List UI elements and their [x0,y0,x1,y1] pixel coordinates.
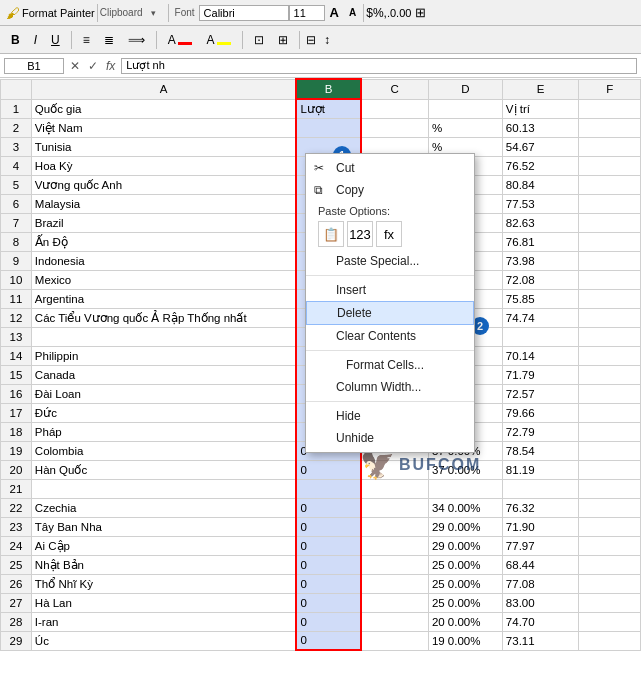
cell-b-2[interactable] [296,118,360,137]
cell-e-8[interactable]: 76.81 [502,232,578,251]
cell-f-27[interactable] [579,593,641,612]
cell-a-26[interactable]: Thổ Nhĩ Kỳ [31,574,296,593]
paste-icon-3[interactable]: fx [376,221,402,247]
font-color-btn[interactable]: A [163,31,198,49]
cell-d-27[interactable]: 25 0.00% [428,593,502,612]
cell-f-19[interactable] [579,441,641,460]
cell-e-23[interactable]: 71.90 [502,517,578,536]
cell-f-28[interactable] [579,612,641,631]
cell-e-5[interactable]: 80.84 [502,175,578,194]
cell-e-29[interactable]: 73.11 [502,631,578,650]
cell-f-6[interactable] [579,194,641,213]
cell-e-22[interactable]: 76.32 [502,498,578,517]
col-d-header[interactable]: D [428,79,502,99]
cell-a-27[interactable]: Hà Lan [31,593,296,612]
cell-d-25[interactable]: 25 0.00% [428,555,502,574]
cell-e-4[interactable]: 76.52 [502,156,578,175]
highlight-color-btn[interactable]: A [201,31,236,49]
cell-f-10[interactable] [579,270,641,289]
cell-f-17[interactable] [579,403,641,422]
cell-f-29[interactable] [579,631,641,650]
cell-a-7[interactable]: Brazil [31,213,296,232]
cell-e-3[interactable]: 54.67 [502,137,578,156]
confirm-formula-icon[interactable]: ✓ [86,59,100,73]
cell-e-1[interactable]: Vị trí [502,99,578,118]
cell-e-7[interactable]: 82.63 [502,213,578,232]
cell-e-27[interactable]: 83.00 [502,593,578,612]
cell-b-23[interactable]: 0 [296,517,360,536]
cell-d-23[interactable]: 29 0.00% [428,517,502,536]
menu-hide[interactable]: Hide [306,405,474,427]
cell-d-1[interactable] [428,99,502,118]
cell-e-17[interactable]: 79.66 [502,403,578,422]
cell-f-12[interactable] [579,308,641,327]
cell-a-5[interactable]: Vương quốc Anh [31,175,296,194]
cell-f-24[interactable] [579,536,641,555]
col-e-header[interactable]: E [502,79,578,99]
cell-b-26[interactable]: 0 [296,574,360,593]
col-c-header[interactable]: C [361,79,429,99]
cell-a-22[interactable]: Czechia [31,498,296,517]
cell-a-6[interactable]: Malaysia [31,194,296,213]
cell-e-10[interactable]: 72.08 [502,270,578,289]
menu-unhide[interactable]: Unhide [306,427,474,449]
cell-c-29[interactable] [361,631,429,650]
cell-b-28[interactable]: 0 [296,612,360,631]
cell-a-16[interactable]: Đài Loan [31,384,296,403]
cell-f-14[interactable] [579,346,641,365]
align-right-btn[interactable]: ⟹ [123,31,150,49]
cell-f-13[interactable] [579,327,641,346]
cell-a-21[interactable] [31,479,296,498]
cell-d-26[interactable]: 25 0.00% [428,574,502,593]
paste-icon-2[interactable]: 123 [347,221,373,247]
align-left-btn[interactable]: ≡ [78,31,95,49]
cell-f-9[interactable] [579,251,641,270]
increase-font-btn[interactable]: A [325,3,344,22]
cell-c-27[interactable] [361,593,429,612]
cell-e-16[interactable]: 72.57 [502,384,578,403]
cell-a-23[interactable]: Tây Ban Nha [31,517,296,536]
cell-a-4[interactable]: Hoa Kỳ [31,156,296,175]
cell-e-24[interactable]: 77.97 [502,536,578,555]
cell-d-2[interactable]: % [428,118,502,137]
formula-input-box[interactable] [121,58,637,74]
font-name-input[interactable] [199,5,289,21]
cell-f-22[interactable] [579,498,641,517]
decrease-font-btn[interactable]: A [344,5,361,20]
cell-a-12[interactable]: Các Tiểu Vương quốc Ả Rập Thống nhất [31,308,296,327]
cell-e-28[interactable]: 74.70 [502,612,578,631]
cell-e-11[interactable]: 75.85 [502,289,578,308]
menu-paste-special[interactable]: Paste Special... [306,250,474,272]
cell-a-24[interactable]: Ai Cập [31,536,296,555]
cell-f-16[interactable] [579,384,641,403]
cell-b-1[interactable]: Lượt [296,99,360,118]
cell-d-24[interactable]: 29 0.00% [428,536,502,555]
cell-e-19[interactable]: 78.54 [502,441,578,460]
cell-a-3[interactable]: Tunisia [31,137,296,156]
cell-b-21[interactable] [296,479,360,498]
cell-e-18[interactable]: 72.79 [502,422,578,441]
cell-d-21[interactable] [428,479,502,498]
cell-a-8[interactable]: Ấn Độ [31,232,296,251]
cell-a-28[interactable]: I-ran [31,612,296,631]
cell-e-14[interactable]: 70.14 [502,346,578,365]
cell-d-29[interactable]: 19 0.00% [428,631,502,650]
menu-delete[interactable]: Delete [306,301,474,325]
cell-f-3[interactable] [579,137,641,156]
clipboard-expand-icon[interactable]: ▾ [151,8,156,18]
cell-b-27[interactable]: 0 [296,593,360,612]
cell-f-21[interactable] [579,479,641,498]
cell-f-25[interactable] [579,555,641,574]
cell-f-26[interactable] [579,574,641,593]
font-size-input[interactable] [289,5,325,21]
cell-a-15[interactable]: Canada [31,365,296,384]
cell-c-24[interactable] [361,536,429,555]
cell-c-28[interactable] [361,612,429,631]
cell-a-2[interactable]: Việt Nam [31,118,296,137]
cell-f-5[interactable] [579,175,641,194]
underline-button[interactable]: U [46,31,65,49]
cell-e-20[interactable]: 81.19 [502,460,578,479]
cell-d-22[interactable]: 34 0.00% [428,498,502,517]
italic-button[interactable]: I [29,31,42,49]
align-center-btn[interactable]: ≣ [99,31,119,49]
